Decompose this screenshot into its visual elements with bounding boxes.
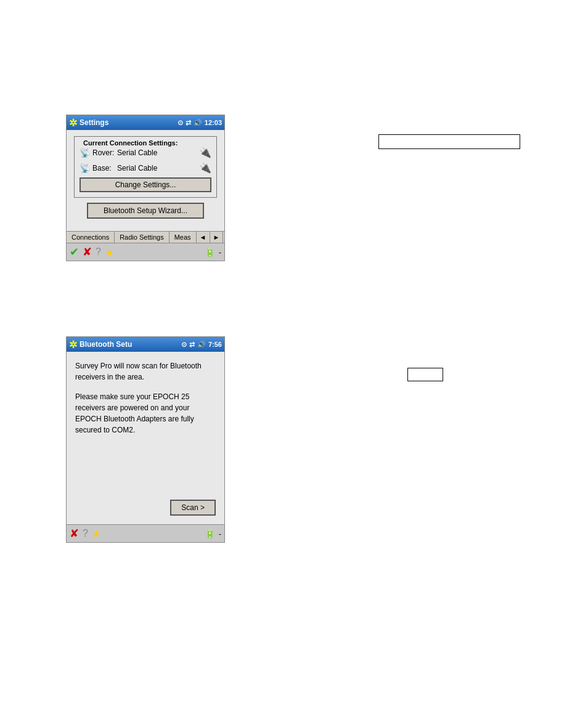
bt-wifi-icon: ⊙ [181,341,187,349]
battery-dash: - [219,248,221,257]
sync-icon: ⇄ [186,119,191,127]
bt-help-icon[interactable]: ? [83,528,88,539]
check-icon[interactable]: ✔ [70,245,79,259]
base-label: Base: [92,164,117,172]
settings-toolbar: ✔ ✘ ? ★ 🔋 - [67,243,224,261]
rover-label: Rover: [92,148,117,157]
tab-radio-settings[interactable]: Radio Settings [115,232,169,243]
status-icons: ⊙ ⇄ 🔊 12:03 [178,119,222,127]
annotation-box-top [378,134,520,149]
bluetooth-paragraph2: Please make sure your EPOCH 25 receivers… [75,391,216,436]
bluetooth-title: Bluetooth Setu [80,340,181,349]
bluetooth-toolbar: ✘ ? ★ 🔋 - [67,524,224,542]
tab-scroll-left-icon[interactable]: ◄ [197,232,210,243]
clock-display: 12:03 [205,119,222,126]
tab-bar: Connections Radio Settings Meas ◄ ► [67,231,224,243]
help-icon[interactable]: ? [96,246,101,258]
wifi-icon: ⊙ [178,119,183,127]
bt-star-icon[interactable]: ★ [92,528,100,540]
bluetooth-wizard-button[interactable]: Bluetooth Setup Wizard... [87,203,204,219]
rover-value: Serial Cable [117,148,199,157]
bt-battery-icon: 🔋 [205,529,215,538]
bluetooth-content: Survey Pro will now scan for Bluetooth r… [67,352,224,524]
bluetooth-titlebar: ✲ Bluetooth Setu ⊙ ⇄ 🔊 7:56 [67,337,224,352]
base-icon: 📡 [80,163,90,173]
connection-group-legend: Current Connection Settings: [82,139,211,147]
bt-sync-icon: ⇄ [189,341,195,349]
tab-connections[interactable]: Connections [67,232,115,243]
settings-titlebar: ✲ Settings ⊙ ⇄ 🔊 12:03 [67,115,224,130]
scan-button[interactable]: Scan > [170,500,216,516]
close-icon[interactable]: ✘ [83,245,92,259]
change-settings-button[interactable]: Change Settings... [80,177,211,192]
bt-close-icon[interactable]: ✘ [70,527,79,540]
bluetooth-window: ✲ Bluetooth Setu ⊙ ⇄ 🔊 7:56 Survey Pro w… [66,336,225,543]
bt-volume-icon: 🔊 [197,341,206,349]
settings-content: Current Connection Settings: 📡 Rover: Se… [67,130,224,231]
settings-window: ✲ Settings ⊙ ⇄ 🔊 12:03 Current Connectio… [66,115,225,261]
bt-clock-display: 7:56 [208,341,222,348]
windows-logo-icon-2: ✲ [69,339,77,351]
base-value: Serial Cable [117,164,199,172]
annotation-box-bottom [407,368,443,381]
volume-icon: 🔊 [194,119,202,127]
bluetooth-paragraph1: Survey Pro will now scan for Bluetooth r… [75,360,216,383]
base-row: 📡 Base: Serial Cable 🔌 [80,162,211,174]
rover-plug-icon: 🔌 [199,147,211,158]
bt-status-icons: ⊙ ⇄ 🔊 7:56 [181,341,222,349]
settings-title: Settings [80,118,178,127]
base-plug-icon: 🔌 [199,162,211,174]
tab-scroll-right-icon[interactable]: ► [210,232,224,243]
tab-meas[interactable]: Meas [169,232,197,243]
connection-settings-group: Current Connection Settings: 📡 Rover: Se… [74,136,217,198]
windows-logo-icon: ✲ [69,117,77,129]
star-icon[interactable]: ★ [105,246,113,258]
battery-icon: 🔋 [205,247,215,257]
rover-icon: 📡 [80,148,90,158]
bt-battery-dash: - [219,529,221,538]
rover-row: 📡 Rover: Serial Cable 🔌 [80,147,211,158]
